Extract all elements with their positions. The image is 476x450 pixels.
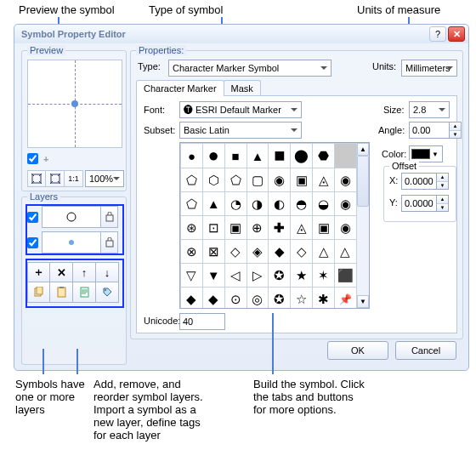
tab-character-marker[interactable]: Character Marker	[136, 80, 224, 96]
unicode-label: Unicode:	[144, 316, 180, 326]
layer-add-button[interactable]: ＋	[27, 262, 50, 282]
svg-rect-3	[106, 215, 113, 221]
dialog-window: Symbol Property Editor ? ✕ Preview + 1:1…	[14, 24, 469, 371]
scroll-down-icon[interactable]: ▼	[357, 295, 369, 308]
annot-tools-note: Add, remove, and reorder symbol layers. …	[94, 378, 203, 441]
subset-combo[interactable]: Basic Latin	[179, 122, 302, 139]
layer-up-button[interactable]: ↑	[73, 262, 96, 282]
annot-line	[76, 349, 78, 374]
layer-row-0[interactable]	[27, 206, 122, 228]
unicode-input[interactable]	[179, 313, 225, 330]
annot-build-note: Build the symbol. Click the tabs and but…	[253, 378, 365, 416]
zoom-full-button[interactable]	[46, 170, 65, 187]
units-value: Millimeters	[405, 63, 450, 73]
preview-label: Preview	[27, 45, 65, 55]
offset-y-spin[interactable]: ▲▼	[437, 195, 449, 212]
layer-tools: ＋ ✕ ↑ ↓	[27, 262, 122, 303]
zoom-combo[interactable]: 100%	[85, 170, 124, 187]
glyph-grid[interactable]: ●●■▲■⬤⬣ ⬠⬡⬠▢◉▣◬◉ ⬠▲◔◑◐◓◒◉ ⊛⊡▣⊕✚◬▣◉ ⊗⊠◇◈	[179, 142, 370, 309]
type-label: Type:	[138, 61, 161, 71]
scroll-up-icon[interactable]: ▲	[357, 143, 369, 156]
angle-spin[interactable]: ▲▼	[450, 122, 462, 139]
offset-x-value: 0.0000	[405, 176, 434, 186]
layers-label: Layers	[27, 191, 60, 202]
svg-rect-8	[58, 288, 65, 297]
layer-visible-0[interactable]	[27, 212, 38, 223]
titlebar: Symbol Property Editor ? ✕	[14, 25, 468, 43]
zoom-extent-button[interactable]	[27, 170, 46, 187]
zoom-1to1-button[interactable]: 1:1	[65, 170, 83, 187]
type-value: Character Marker Symbol	[173, 63, 279, 73]
layer-swatch-1[interactable]	[42, 231, 101, 253]
preview-symbol	[71, 100, 78, 107]
angle-label: Angle:	[378, 125, 405, 135]
offset-x-label: X:	[389, 175, 398, 185]
annot-layers-note: Symbols have one or more layers	[15, 378, 85, 416]
subset-value: Basic Latin	[184, 125, 230, 135]
svg-point-11	[105, 289, 106, 291]
svg-rect-7	[37, 287, 42, 294]
font-icon: 🅣	[184, 105, 193, 115]
svg-rect-5	[106, 241, 113, 247]
units-combo[interactable]: Millimeters	[401, 60, 457, 77]
offset-x-spin[interactable]: ▲▼	[437, 173, 449, 190]
scroll-thumb[interactable]	[357, 156, 369, 207]
layers-list	[27, 206, 122, 257]
preview-crosshair-toggle[interactable]	[27, 153, 38, 164]
glyph-scrollbar[interactable]: ▲ ▼	[356, 143, 369, 308]
layer-copy-button[interactable]	[27, 282, 50, 303]
layer-row-1[interactable]	[27, 231, 122, 253]
preview-plus-icon: +	[43, 154, 48, 164]
properties-label: Properties:	[136, 45, 186, 55]
annot-units: Units of measure	[357, 3, 440, 16]
preview-panel: Preview + 1:1 100%	[21, 50, 127, 191]
offset-label: Offset	[389, 161, 419, 171]
svg-rect-9	[60, 287, 64, 288]
offset-y-label: Y:	[389, 197, 398, 208]
help-button[interactable]: ?	[429, 26, 446, 42]
font-value: ESRI Default Marker	[196, 105, 281, 115]
layer-tag-button[interactable]	[96, 282, 119, 303]
chevron-down-icon: ▼	[430, 151, 440, 158]
layer-import-button[interactable]	[73, 282, 96, 303]
preview-canvas	[27, 60, 122, 148]
svg-point-2	[67, 213, 76, 221]
offset-y-input[interactable]: 0.0000	[401, 195, 437, 212]
tab-mask[interactable]: Mask	[224, 80, 261, 96]
ok-button[interactable]: OK	[327, 341, 388, 360]
size-combo[interactable]: 2.8	[409, 101, 450, 118]
layer-swatch-0[interactable]	[42, 206, 101, 228]
layer-paste-button[interactable]	[50, 282, 73, 303]
properties-panel: Properties: Type: Character Marker Symbo…	[130, 50, 463, 339]
layer-lock-0[interactable]	[101, 206, 118, 228]
close-button[interactable]: ✕	[448, 26, 465, 42]
layer-remove-button[interactable]: ✕	[50, 262, 73, 282]
layer-visible-1[interactable]	[27, 237, 38, 248]
color-picker[interactable]: ▼	[409, 145, 443, 162]
type-combo[interactable]: Character Marker Symbol	[168, 60, 332, 77]
offset-x-input[interactable]: 0.0000	[401, 173, 437, 190]
units-label: Units:	[372, 61, 396, 71]
font-label: Font:	[144, 105, 165, 115]
svg-point-4	[69, 240, 74, 245]
annot-type: Type of symbol	[149, 3, 223, 16]
layer-lock-1[interactable]	[101, 231, 118, 253]
layer-down-button[interactable]: ↓	[96, 262, 119, 282]
color-label: Color:	[382, 149, 406, 159]
annot-preview: Preview the symbol	[19, 3, 115, 16]
annot-line	[272, 313, 274, 374]
size-label: Size:	[383, 105, 404, 115]
size-value: 2.8	[413, 105, 426, 115]
color-chip	[411, 149, 430, 159]
layers-panel: Layers ＋ ✕ ↑ ↓	[21, 197, 127, 365]
font-combo[interactable]: 🅣 ESRI Default Marker	[179, 101, 302, 118]
angle-value: 0.00	[412, 125, 430, 135]
zoom-value: 100%	[89, 174, 113, 184]
cancel-button[interactable]: Cancel	[395, 341, 456, 360]
angle-input[interactable]: 0.00	[409, 122, 450, 139]
subset-label: Subset:	[144, 125, 175, 135]
annot-line	[42, 349, 44, 374]
offset-frame: Offset X: 0.0000 ▲▼ Y: 0.0000 ▲▼	[383, 166, 456, 222]
window-title: Symbol Property Editor	[21, 29, 126, 39]
offset-y-value: 0.0000	[405, 198, 434, 208]
